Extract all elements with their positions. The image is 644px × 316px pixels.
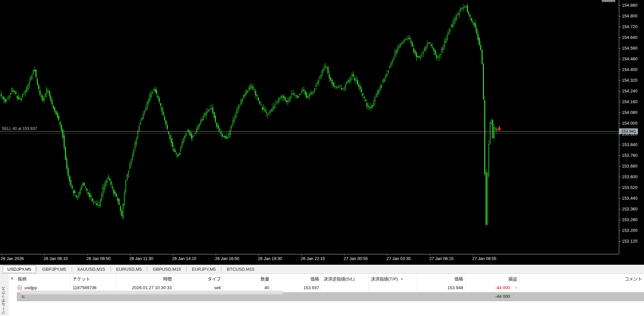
- total-profit: -44 000: [495, 294, 510, 299]
- position-tp: [369, 283, 417, 292]
- position-symbol: usdjpy: [24, 285, 37, 290]
- time-axis-label: 26 Jan 22:15: [301, 256, 325, 261]
- col-header-price[interactable]: 価格: [272, 274, 321, 283]
- price-axis-label: 153.360: [622, 207, 638, 211]
- mt5-window: 154.880154.800154.720154.640154.560154.4…: [0, 0, 644, 316]
- tab-gbpjpy-m5[interactable]: GBPJPY,M5: [38, 265, 71, 273]
- position-current-price: 153.948: [417, 283, 466, 292]
- price-tick: [619, 134, 621, 134]
- price-tick: [619, 177, 621, 177]
- chart-scrollbar-thumb[interactable]: [602, 0, 615, 2]
- price-tick: [619, 220, 621, 220]
- time-axis-label: 27 Jan 03:35: [386, 256, 411, 261]
- tab-gbpusd-m15[interactable]: GBPUSD,M15: [148, 265, 186, 273]
- price-tick: [619, 209, 621, 209]
- col-header-volume[interactable]: 数量: [223, 274, 272, 283]
- tab-separator: [147, 267, 147, 271]
- price-tick: [619, 27, 621, 27]
- price-tick: [619, 231, 621, 231]
- price-axis-label: 154.800: [622, 14, 638, 18]
- price-axis-label: 153.440: [622, 196, 638, 201]
- time-tick: [87, 254, 87, 255]
- tab-separator: [221, 267, 221, 271]
- price-axis-label: 153.840: [622, 142, 638, 147]
- price-tick: [619, 241, 621, 242]
- time-axis-label: 26 Jan 14:10: [172, 256, 196, 261]
- time-axis-label: 26 Jan 16:50: [215, 256, 239, 261]
- price-axis-label: 153.680: [622, 164, 638, 169]
- price-axis-label: 154.000: [622, 121, 638, 126]
- price-tick: [619, 70, 621, 70]
- position-comment: [519, 283, 644, 292]
- row-spacer: [8, 283, 16, 292]
- toolbox-side-strip: ツールボックス: [0, 274, 8, 316]
- positions-table: ✕ 銘柄 チケット 時間 タイプ 数量 価格 決済逆指値(S/L) 決済指値(T…: [8, 274, 644, 292]
- col-header-profit[interactable]: 損益: [466, 274, 519, 283]
- time-tick: [259, 254, 259, 255]
- price-tick: [619, 113, 621, 113]
- toolbox-close-button[interactable]: ✕: [8, 274, 16, 283]
- close-icon: ✕: [10, 276, 14, 281]
- price-axis-label: 154.240: [622, 89, 638, 93]
- tab-eurjpy-m5[interactable]: EURJPY,M5: [187, 265, 220, 273]
- toolbox-panel: ツールボックス ✕ 銘柄 チケット 時間 タイプ 数量 価格 決済逆指値(S/L…: [0, 274, 644, 316]
- time-axis-label: 26 Jan 06:10: [44, 256, 68, 261]
- position-profit-cell: -44 000 ×: [466, 283, 519, 292]
- time-tick: [173, 254, 173, 255]
- time-axis-label: 26 Jan 11:30: [129, 256, 153, 261]
- time-tick: [216, 254, 216, 255]
- time-axis-label: 27 Jan 08:55: [472, 256, 496, 261]
- col-header-type[interactable]: タイプ: [174, 274, 223, 283]
- position-line-label: SELL 40 at 153.937: [2, 126, 37, 131]
- price-axis-label: 154.640: [622, 35, 638, 40]
- tab-eurusd-m5[interactable]: EURUSD,M5: [112, 265, 147, 273]
- col-header-ticket[interactable]: チケット: [71, 274, 116, 283]
- position-sl: [321, 283, 369, 292]
- time-tick: [44, 254, 45, 255]
- candlestick-chart[interactable]: [0, 0, 619, 254]
- price-axis-label: 153.760: [622, 153, 638, 158]
- toolbox-tab-label[interactable]: ツールボックス: [1, 287, 7, 315]
- price-tick: [619, 198, 621, 199]
- col-header-sl[interactable]: 決済逆指値(S/L): [321, 274, 369, 283]
- col-header-tp-label: 決済指値(T/P): [371, 275, 398, 282]
- price-tick: [619, 188, 621, 188]
- time-tick: [344, 254, 345, 255]
- chart-tab-bar: USDJPY,M5 GBPJPY,M5 XAUUSD,M15 EURUSD,M5…: [0, 265, 644, 274]
- close-position-button[interactable]: ×: [515, 286, 517, 290]
- price-tick: [619, 16, 621, 16]
- col-header-time[interactable]: 時間: [116, 274, 174, 283]
- tab-separator: [72, 267, 72, 271]
- tab-btcusd-m15[interactable]: BTCUSD,M15: [222, 265, 259, 273]
- time-tick: [430, 254, 430, 255]
- position-profit: -44 000: [495, 285, 510, 290]
- time-axis-label: 26 Jan 2026: [1, 256, 24, 261]
- price-axis-label: 154.080: [622, 110, 638, 115]
- tab-xauusd-m15[interactable]: XAUUSD,M15: [73, 265, 110, 273]
- position-type-icon: [18, 286, 22, 290]
- time-tick: [473, 254, 473, 255]
- bid-price-line: [0, 131, 619, 132]
- price-axis-label: 153.120: [622, 239, 638, 244]
- time-tick: [130, 254, 130, 255]
- price-tick: [619, 91, 621, 91]
- col-header-tp[interactable]: 決済指値(T/P) ▲: [369, 274, 417, 283]
- price-axis-label: 154.400: [622, 67, 638, 72]
- time-tick: [1, 254, 2, 255]
- tab-separator: [37, 267, 37, 271]
- price-tick: [619, 155, 621, 156]
- price-tick: [619, 123, 621, 124]
- price-tick: [619, 48, 621, 49]
- tab-usdjpy-m5[interactable]: USDJPY,M5: [3, 265, 36, 273]
- col-header-comment[interactable]: コメント: [519, 274, 644, 283]
- chart-panel[interactable]: 154.880154.800154.720154.640154.560154.4…: [0, 0, 644, 265]
- horizontal-scrollbar-thumb[interactable]: [20, 291, 283, 295]
- col-header-symbol[interactable]: 銘柄: [16, 274, 71, 283]
- col-header-price-current[interactable]: 価格: [417, 274, 466, 283]
- price-tick: [619, 59, 621, 59]
- price-axis-label: 154.320: [622, 78, 638, 83]
- price-axis-label: 154.880: [622, 3, 638, 8]
- time-axis-label: 26 Jan 19:30: [258, 256, 282, 261]
- open-position-line: [0, 133, 619, 134]
- price-axis-label: 153.520: [622, 185, 638, 190]
